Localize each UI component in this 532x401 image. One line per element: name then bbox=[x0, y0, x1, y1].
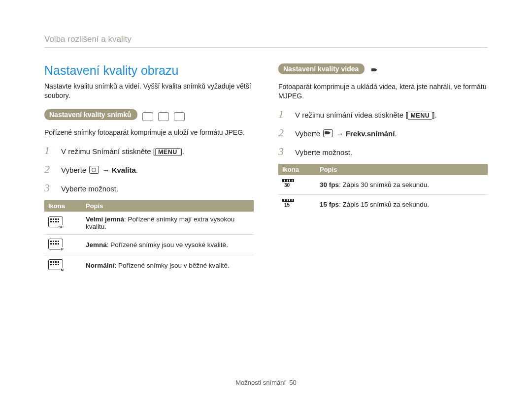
image-quality-desc: Pořízené snímky fotoaparát komprimuje a … bbox=[44, 128, 254, 137]
menu-button-label: MENU bbox=[155, 148, 180, 156]
table-header-desc: Popis bbox=[316, 164, 488, 175]
step-number: 3 bbox=[278, 145, 287, 158]
page-footer: Možnosti snímání 50 bbox=[0, 379, 532, 386]
step-text: V režimu Snímání stiskněte [MENU]. bbox=[61, 147, 184, 155]
image-quality-table: Ikona Popis SF Velmi jemná: Pořízené sní… bbox=[44, 200, 254, 276]
table-cell: Normální: Pořízené snímky jsou v běžné k… bbox=[82, 255, 254, 276]
video-quality-pill: Nastavení kvality videa bbox=[278, 63, 365, 74]
table-row: 30 30 fps: Zápis 30 snímků za sekundu. bbox=[278, 175, 488, 195]
camera-icon bbox=[89, 166, 99, 174]
step-number: 2 bbox=[278, 126, 287, 139]
step-number: 3 bbox=[44, 182, 53, 194]
table-row: N Normální: Pořízené snímky jsou v běžné… bbox=[44, 255, 254, 276]
table-row: SF Velmi jemná: Pořízené snímky mají ext… bbox=[44, 212, 254, 235]
step-text: Vyberte → Frekv.snímání. bbox=[295, 129, 397, 138]
step-number: 1 bbox=[278, 108, 287, 121]
step-number: 1 bbox=[44, 144, 53, 157]
table-row: F Jemná: Pořízené snímky jsou ve vysoké … bbox=[44, 234, 254, 255]
fine-icon: F bbox=[48, 239, 63, 249]
fps30-icon: 30 bbox=[282, 179, 296, 189]
table-header-desc: Popis bbox=[82, 200, 254, 212]
table-cell: 30 fps: Zápis 30 snímků za sekundu. bbox=[316, 175, 488, 195]
dual-mode-icon bbox=[158, 112, 169, 121]
video-mode-icon bbox=[370, 67, 381, 75]
table-cell: 15 fps: Zápis 15 snímků za sekundu. bbox=[316, 194, 488, 214]
right-column: Nastavení kvality videa Fotoaparát kompr… bbox=[278, 63, 488, 276]
superfine-icon: SF bbox=[48, 216, 63, 227]
normal-icon: N bbox=[48, 259, 63, 270]
table-row: 15 15 fps: Zápis 15 snímků za sekundu. bbox=[278, 194, 488, 214]
left-column: Nastavení kvality obrazu Nastavte kvalit… bbox=[44, 63, 254, 276]
breadcrumb: Volba rozlišení a kvality bbox=[44, 34, 488, 48]
video-quality-desc: Fotoaparát komprimuje a ukládá videa, kt… bbox=[278, 82, 488, 101]
table-cell: Jemná: Pořízené snímky jsou ve vysoké kv… bbox=[82, 234, 254, 255]
camera-mode-icon bbox=[142, 112, 153, 121]
table-header-icon: Ikona bbox=[278, 164, 316, 175]
image-quality-steps: 1 V režimu Snímání stiskněte [MENU]. 2 V… bbox=[44, 144, 254, 194]
image-quality-pill: Nastavení kvality snímků bbox=[44, 109, 137, 120]
step-text: Vyberte → Kvalita. bbox=[61, 166, 138, 174]
video-quality-steps: 1 V režimu snímání videa stiskněte [MENU… bbox=[278, 108, 488, 158]
step-text: Vyberte možnost. bbox=[295, 148, 352, 156]
table-cell: Velmi jemná: Pořízené snímky mají extra … bbox=[82, 212, 254, 235]
step-text: Vyberte možnost. bbox=[61, 185, 118, 193]
fps15-icon: 15 bbox=[282, 199, 296, 209]
step-number: 2 bbox=[44, 163, 53, 176]
step-text: V režimu snímání videa stiskněte [MENU]. bbox=[295, 111, 437, 119]
menu-button-label: MENU bbox=[407, 112, 432, 120]
scene-mode-icon bbox=[174, 112, 185, 121]
video-icon bbox=[323, 129, 333, 137]
page-title: Nastavení kvality obrazu bbox=[44, 63, 254, 78]
intro-text: Nastavte kvalitu snímků a videí. Vyšší k… bbox=[44, 82, 254, 100]
video-fps-table: Ikona Popis 30 30 fps: Zápis 30 snímků z… bbox=[278, 164, 488, 214]
table-header-icon: Ikona bbox=[44, 200, 82, 212]
